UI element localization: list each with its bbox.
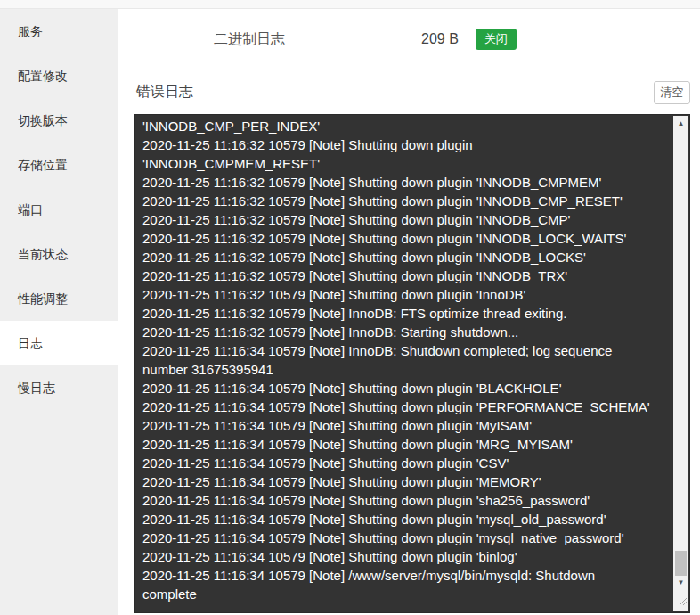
scroll-up-arrow-icon[interactable]: ▲ [673,116,688,131]
sidebar-item-config-edit[interactable]: 配置修改 [0,53,118,98]
error-log-textarea[interactable]: 'INNODB_CMP_PER_INDEX' 2020-11-25 11:16:… [134,114,690,613]
binlog-header: 二进制日志 209 B 关闭 [138,9,700,70]
sidebar-item-storage-location[interactable]: 存储位置 [0,143,118,187]
sidebar-item-performance[interactable]: 性能调整 [0,276,118,321]
binlog-size-value: 209 B [421,31,459,47]
error-log-text: 'INNODB_CMP_PER_INDEX' 2020-11-25 11:16:… [136,115,672,611]
error-log-header: 错误日志 清空 [118,70,700,114]
log-scrollbar[interactable]: ▲ ▼ [673,116,688,611]
sidebar-item-current-status[interactable]: 当前状态 [0,232,118,276]
scrollbar-thumb[interactable] [675,551,687,576]
binlog-close-button[interactable]: 关闭 [476,29,517,50]
clear-log-button[interactable]: 清空 [654,81,690,104]
error-log-title: 错误日志 [136,83,193,102]
sidebar-item-logs[interactable]: 日志 [0,321,118,365]
sidebar-item-switch-version[interactable]: 切换版本 [0,98,118,143]
sidebar-item-port[interactable]: 端口 [0,187,118,232]
scroll-down-arrow-icon[interactable]: ▼ [673,575,688,590]
resize-grip-icon[interactable] [678,594,688,610]
main-content: 二进制日志 209 B 关闭 错误日志 清空 'INNODB_CMP_PER_I… [118,9,700,615]
binlog-title: 二进制日志 [214,30,285,49]
sidebar: 服务 配置修改 切换版本 存储位置 端口 当前状态 性能调整 日志 慢日志 [0,9,118,615]
sidebar-item-service[interactable]: 服务 [0,9,118,53]
top-border-strip [0,0,700,9]
sidebar-item-slow-log[interactable]: 慢日志 [0,365,118,410]
